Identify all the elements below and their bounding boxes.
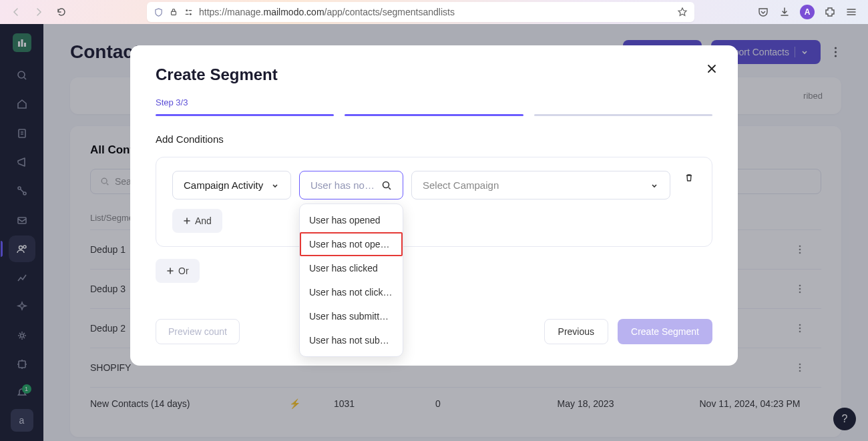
- or-label: Or: [178, 266, 189, 276]
- campaign-placeholder: Select Campaign: [423, 179, 499, 191]
- download-icon[interactable]: [779, 6, 791, 18]
- dropdown-option-opened[interactable]: User has opened: [300, 208, 403, 232]
- section-label: Add Conditions: [156, 133, 712, 145]
- modal-title: Create Segment: [156, 65, 712, 84]
- profile-avatar[interactable]: A: [800, 5, 815, 19]
- condition-group: Campaign Activity User has not o… User h…: [156, 157, 712, 247]
- and-label: And: [195, 215, 212, 226]
- svg-point-31: [383, 181, 389, 187]
- delete-condition-button[interactable]: [684, 172, 694, 183]
- forward-button[interactable]: [29, 3, 48, 21]
- browser-toolbar: https://manage.mailmodo.com/app/contacts…: [0, 0, 868, 24]
- svg-point-2: [190, 13, 192, 15]
- preview-count-button[interactable]: Preview count: [156, 319, 240, 344]
- search-icon: [381, 180, 392, 191]
- add-or-condition-button[interactable]: Or: [156, 259, 200, 283]
- behavior-placeholder: User has not o…: [310, 179, 377, 191]
- create-segment-modal: Create Segment Step 3/3 Add Conditions C…: [130, 45, 738, 366]
- modal-overlay[interactable]: Create Segment Step 3/3 Add Conditions C…: [0, 24, 868, 441]
- progress-bar: [156, 114, 712, 116]
- dropdown-option-not-submitted[interactable]: User has not sub…: [300, 328, 403, 352]
- dropdown-option-submitted[interactable]: User has submitte…: [300, 304, 403, 328]
- activity-value: Campaign Activity: [184, 179, 263, 191]
- step-indicator: Step 3/3: [156, 97, 712, 107]
- plus-icon: [166, 267, 174, 275]
- close-button[interactable]: [706, 63, 718, 75]
- permissions-icon: [184, 7, 194, 17]
- add-and-condition-button[interactable]: And: [172, 209, 222, 233]
- svg-rect-0: [172, 11, 176, 15]
- address-bar[interactable]: https://manage.mailmodo.com/app/contacts…: [147, 2, 694, 22]
- activity-type-select[interactable]: Campaign Activity: [172, 171, 291, 199]
- reload-button[interactable]: [52, 3, 71, 21]
- plus-icon: [183, 217, 191, 225]
- chevron-down-icon: [270, 181, 280, 190]
- shield-icon: [154, 7, 164, 17]
- pocket-icon[interactable]: [757, 6, 769, 18]
- behavior-select[interactable]: User has not o… User has opened User has…: [299, 171, 403, 199]
- campaign-select[interactable]: Select Campaign: [411, 171, 670, 199]
- back-button[interactable]: [7, 3, 25, 21]
- hamburger-menu-icon[interactable]: [845, 6, 857, 18]
- extensions-icon[interactable]: [824, 6, 836, 18]
- previous-button[interactable]: Previous: [544, 319, 608, 344]
- create-segment-button[interactable]: Create Segment: [618, 319, 712, 344]
- behavior-dropdown: User has opened User has not ope… User h…: [299, 203, 403, 357]
- svg-point-1: [186, 9, 188, 11]
- dropdown-option-clicked[interactable]: User has clicked: [300, 256, 403, 280]
- bookmark-star-icon[interactable]: [677, 7, 688, 17]
- dropdown-option-not-opened[interactable]: User has not ope…: [300, 232, 403, 256]
- url-text: https://manage.mailmodo.com/app/contacts…: [199, 7, 672, 17]
- chevron-down-icon: [650, 181, 659, 190]
- chrome-right: A: [757, 5, 861, 19]
- lock-icon: [169, 7, 178, 17]
- dropdown-option-not-clicked[interactable]: User has not click…: [300, 280, 403, 304]
